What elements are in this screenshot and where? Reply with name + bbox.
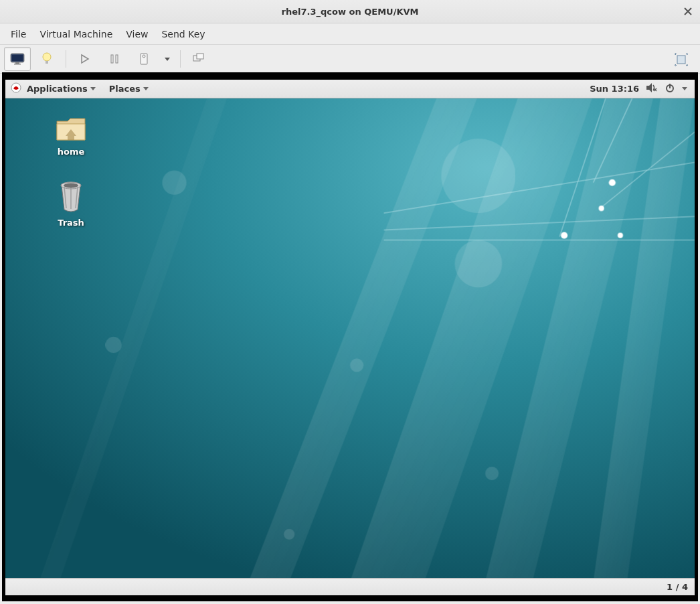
show-details-button[interactable] bbox=[33, 47, 60, 71]
desktop-area[interactable]: home Trash bbox=[5, 98, 695, 578]
svg-rect-2 bbox=[15, 62, 19, 64]
applications-label: Applications bbox=[27, 84, 88, 94]
svg-point-45 bbox=[64, 183, 78, 188]
svg-point-42 bbox=[284, 529, 294, 540]
svg-marker-6 bbox=[82, 55, 88, 63]
svg-point-4 bbox=[43, 53, 51, 61]
svg-rect-3 bbox=[14, 64, 21, 65]
svg-point-32 bbox=[609, 179, 616, 186]
separator bbox=[180, 50, 181, 68]
gnome-top-panel: Applications Places Sun 13:16 bbox=[5, 80, 695, 98]
play-icon bbox=[80, 54, 90, 64]
guest-screen[interactable]: Applications Places Sun 13:16 bbox=[5, 80, 695, 595]
gnome-bottom-panel: 1 / 4 bbox=[5, 578, 695, 595]
svg-rect-7 bbox=[111, 55, 113, 63]
fullscreen-button[interactable] bbox=[668, 48, 695, 72]
svg-rect-13 bbox=[677, 56, 685, 64]
titlebar: rhel7.3_qcow on QEMU/KVM bbox=[0, 0, 700, 23]
snapshots-button[interactable] bbox=[186, 47, 213, 71]
menu-file[interactable]: File bbox=[4, 25, 33, 43]
svg-point-35 bbox=[618, 232, 623, 238]
separator bbox=[66, 50, 66, 68]
pause-button[interactable] bbox=[101, 47, 128, 71]
menu-send-key[interactable]: Send Key bbox=[155, 25, 211, 43]
menu-view[interactable]: View bbox=[119, 25, 155, 43]
chevron-down-icon bbox=[90, 87, 96, 90]
virt-viewer-window: rhel7.3_qcow on QEMU/KVM File Virtual Ma… bbox=[0, 0, 700, 604]
trash-label: Trash bbox=[44, 218, 98, 228]
svg-point-36 bbox=[441, 139, 515, 213]
chevron-down-icon bbox=[165, 58, 170, 61]
svg-point-41 bbox=[485, 467, 499, 480]
desktop-icon-trash[interactable]: Trash bbox=[44, 180, 98, 228]
svg-rect-1 bbox=[12, 55, 23, 61]
desktop-icon-home[interactable]: home bbox=[44, 113, 98, 157]
places-label: Places bbox=[109, 84, 141, 94]
monitor-icon bbox=[10, 53, 25, 65]
fullscreen-icon bbox=[674, 52, 689, 67]
svg-point-38 bbox=[162, 171, 186, 195]
shutdown-button[interactable] bbox=[130, 47, 157, 71]
places-menu[interactable]: Places bbox=[108, 84, 154, 94]
pause-icon bbox=[110, 54, 119, 64]
home-folder-icon bbox=[55, 113, 87, 143]
volume-icon[interactable] bbox=[646, 82, 658, 95]
chevron-down-icon bbox=[143, 87, 149, 90]
svg-point-33 bbox=[599, 206, 604, 211]
home-label: home bbox=[44, 147, 98, 157]
window-title: rhel7.3_qcow on QEMU/KVM bbox=[282, 7, 419, 17]
vm-display-area: Applications Places Sun 13:16 bbox=[2, 72, 698, 601]
svg-point-40 bbox=[350, 358, 363, 372]
svg-rect-8 bbox=[116, 55, 118, 63]
svg-point-39 bbox=[105, 337, 121, 353]
applications-menu[interactable]: Applications bbox=[25, 84, 101, 94]
toolbar bbox=[0, 45, 700, 74]
chevron-down-icon[interactable] bbox=[682, 87, 687, 90]
close-icon[interactable] bbox=[681, 5, 695, 18]
snapshots-icon bbox=[193, 53, 206, 65]
workspace-indicator[interactable]: 1 / 4 bbox=[667, 582, 688, 592]
svg-point-37 bbox=[455, 240, 503, 288]
menubar: File Virtual Machine View Send Key bbox=[0, 23, 700, 45]
clock[interactable]: Sun 13:16 bbox=[590, 84, 639, 94]
redhat-logo-icon bbox=[11, 82, 21, 95]
svg-marker-15 bbox=[646, 83, 652, 92]
trash-icon bbox=[56, 180, 86, 214]
show-console-button[interactable] bbox=[4, 47, 31, 71]
wallpaper bbox=[5, 98, 695, 578]
shutdown-menu-button[interactable] bbox=[160, 47, 175, 71]
lightbulb-icon bbox=[42, 52, 52, 66]
svg-rect-12 bbox=[197, 54, 203, 59]
shutdown-device-icon bbox=[139, 52, 149, 66]
svg-rect-5 bbox=[46, 61, 48, 64]
menu-virtual-machine[interactable]: Virtual Machine bbox=[33, 25, 119, 43]
power-icon[interactable] bbox=[665, 82, 675, 95]
svg-point-34 bbox=[561, 232, 567, 238]
run-button[interactable] bbox=[72, 47, 98, 71]
